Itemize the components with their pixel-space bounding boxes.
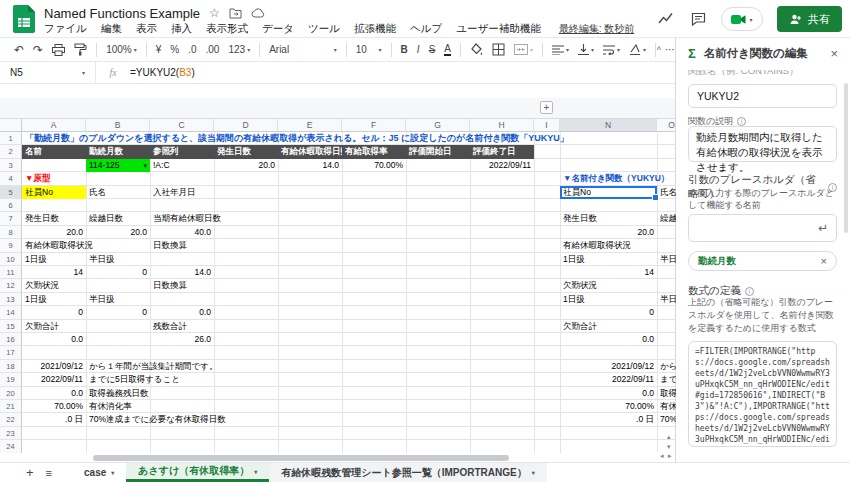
cell-N11[interactable]: 14 bbox=[560, 266, 657, 279]
cell-A21[interactable]: 70.00% bbox=[22, 400, 86, 413]
meet-dropdown-icon[interactable]: ▾ bbox=[749, 16, 752, 23]
cell-C7[interactable]: 当期有給休暇日数 bbox=[150, 212, 214, 225]
redo-button[interactable]: ↷ bbox=[33, 43, 43, 57]
argument-chip[interactable]: 勤続月数 × bbox=[688, 251, 837, 271]
menu-ツール[interactable]: ツール bbox=[308, 22, 340, 36]
cell-O22[interactable]: 70%達成までに必要な有休取得日数 bbox=[657, 413, 676, 426]
spreadsheet-grid[interactable]: ABCDEFGHINO12345678910111213141516171819… bbox=[0, 118, 676, 453]
row-header-16[interactable]: 16 bbox=[0, 333, 22, 346]
cell-A15[interactable]: 欠勤合計 bbox=[22, 320, 86, 333]
scroll-up-icon[interactable]: ▴ bbox=[667, 433, 671, 441]
menu-拡張機能[interactable]: 拡張機能 bbox=[354, 22, 396, 36]
sheet-tab-dropdown-icon[interactable]: ▾ bbox=[111, 469, 114, 476]
cell-A16[interactable]: 0.0 bbox=[22, 333, 86, 346]
add-sheet-button[interactable]: + bbox=[26, 465, 34, 480]
argument-placeholder-input[interactable]: ↵ bbox=[688, 214, 837, 242]
row-header-3[interactable]: 3 bbox=[0, 159, 22, 172]
column-header-A[interactable]: A bbox=[22, 119, 86, 132]
formula-definition-input[interactable]: =FILTER(IMPORTRANGE("https://docs.google… bbox=[688, 341, 837, 447]
cell-A13[interactable]: 1日扱 bbox=[22, 293, 86, 306]
column-header-F[interactable]: F bbox=[342, 119, 406, 132]
font-select[interactable]: Arial ▾ bbox=[269, 44, 337, 55]
cell-B10[interactable]: 半日扱 bbox=[86, 253, 150, 266]
row-header-11[interactable]: 11 bbox=[0, 266, 22, 279]
scroll-left-icon[interactable]: ◂ bbox=[660, 452, 664, 460]
row-header-10[interactable]: 10 bbox=[0, 253, 22, 266]
cell-E2[interactable]: 有給休暇取得日数 bbox=[278, 145, 342, 158]
move-to-folder-icon[interactable] bbox=[229, 8, 242, 19]
format-percent-button[interactable]: % bbox=[170, 44, 179, 55]
cell-A14[interactable]: 0 bbox=[22, 306, 86, 319]
cell-A18[interactable]: 2021/09/12 bbox=[22, 360, 86, 373]
row-header-17[interactable]: 17 bbox=[0, 346, 22, 359]
cell-D2[interactable]: 発生日数 bbox=[214, 145, 278, 158]
cell-H3[interactable]: 2022/09/11 bbox=[470, 159, 534, 172]
cell-D3[interactable]: 20.0 bbox=[214, 159, 278, 172]
menu-表示形式[interactable]: 表示形式 bbox=[206, 22, 248, 36]
merge-cells-button[interactable]: ▾ bbox=[514, 44, 533, 55]
cell-N12[interactable]: 欠勤状況 bbox=[560, 279, 657, 292]
menu-編集[interactable]: 編集 bbox=[101, 22, 122, 36]
cell-A8[interactable]: 20.0 bbox=[22, 226, 86, 239]
cell-A9[interactable]: 有給休暇取得状況 bbox=[22, 239, 86, 252]
collapse-toolbar-button[interactable]: ^ bbox=[657, 45, 661, 55]
cell-B5[interactable]: 氏名 bbox=[86, 186, 150, 199]
cell-B19[interactable]: までに5日取得すること bbox=[86, 373, 150, 386]
column-group-expand-button[interactable]: + bbox=[540, 101, 553, 114]
sheet-tab-有給休暇残数管理シート参照一覧（IMPORTRANGE）[interactable]: 有給休暇残数管理シート参照一覧（IMPORTRANGE）▾ bbox=[269, 463, 546, 482]
name-box[interactable]: N5 ▾ bbox=[0, 62, 96, 83]
cell-N18[interactable]: 2021/09/12 bbox=[560, 360, 657, 373]
cell-B7[interactable]: 繰越日数 bbox=[86, 212, 150, 225]
sheet-tab-dropdown-icon[interactable]: ▾ bbox=[254, 468, 257, 475]
borders-button[interactable] bbox=[492, 43, 505, 56]
column-header-H[interactable]: H bbox=[470, 119, 534, 132]
cell-B14[interactable]: 0 bbox=[86, 306, 150, 319]
column-header-O[interactable]: O bbox=[657, 119, 676, 132]
cell-B3[interactable]: 114-125▾ bbox=[86, 159, 150, 172]
cell-C9[interactable]: 日数換算 bbox=[150, 239, 214, 252]
font-size-select[interactable]: 10 ▾ bbox=[356, 44, 382, 55]
decrease-decimal-button[interactable]: .0 bbox=[188, 44, 196, 55]
cell-N8[interactable]: 20.0 bbox=[560, 226, 657, 239]
cell-C2[interactable]: 参照列 bbox=[150, 145, 214, 158]
sheet-tab-dropdown-icon[interactable]: ▾ bbox=[532, 469, 535, 476]
sheet-tab-case[interactable]: case▾ bbox=[72, 463, 126, 482]
scroll-right-icon[interactable]: ▸ bbox=[668, 452, 672, 460]
cell-N13[interactable]: 1日扱 bbox=[560, 293, 657, 306]
row-header-2[interactable]: 2 bbox=[0, 145, 22, 158]
cell-N7[interactable]: 発生日数 bbox=[560, 212, 657, 225]
cell-A12[interactable]: 欠勤状況 bbox=[22, 279, 86, 292]
cell-O18[interactable]: から１年間が当該集計期間です。 bbox=[657, 360, 676, 373]
column-header-G[interactable]: G bbox=[406, 119, 470, 132]
meet-call-button[interactable]: ▾ bbox=[721, 7, 763, 31]
row-header-15[interactable]: 15 bbox=[0, 320, 22, 333]
more-formats-button[interactable]: 123 ▾ bbox=[228, 44, 250, 55]
increase-decimal-button[interactable]: .00 bbox=[206, 44, 220, 55]
cell-O20[interactable]: 取得義務残日数 bbox=[657, 387, 676, 400]
cell-C12[interactable]: 日数換算 bbox=[150, 279, 214, 292]
column-header-E[interactable]: E bbox=[278, 119, 342, 132]
cell-E3[interactable]: 14.0 bbox=[278, 159, 342, 172]
strikethrough-button[interactable]: S bbox=[429, 44, 436, 55]
row-header-21[interactable]: 21 bbox=[0, 400, 22, 413]
cell-N15[interactable]: 欠勤合計 bbox=[560, 320, 657, 333]
column-header-I[interactable]: I bbox=[534, 119, 560, 132]
function-name-input[interactable]: YUKYU2 bbox=[688, 84, 837, 108]
row-header-14[interactable]: 14 bbox=[0, 306, 22, 319]
zoom-select[interactable]: 100% ▾ bbox=[106, 44, 137, 55]
scroll-down-icon[interactable]: ▾ bbox=[667, 443, 671, 451]
cell-N22[interactable]: .0 日 bbox=[560, 413, 657, 426]
insights-icon[interactable] bbox=[657, 10, 675, 28]
cell-H2[interactable]: 評価終了日 bbox=[470, 145, 534, 158]
row-header-1[interactable]: 1 bbox=[0, 132, 22, 145]
cell-A19[interactable]: 2022/09/11 bbox=[22, 373, 86, 386]
all-sheets-button[interactable]: ≡ bbox=[46, 467, 52, 479]
cell-B8[interactable]: 20.0 bbox=[86, 226, 150, 239]
cell-N20[interactable]: 0.0 bbox=[560, 387, 657, 400]
function-description-input[interactable]: 勤続月数期間内に取得した有給休暇の取得状況を表示させます。 bbox=[688, 126, 837, 162]
row-header-9[interactable]: 9 bbox=[0, 239, 22, 252]
cell-B13[interactable]: 半日扱 bbox=[86, 293, 150, 306]
document-title[interactable]: Named Functions Example bbox=[44, 6, 200, 21]
cell-A11[interactable]: 14 bbox=[22, 266, 86, 279]
row-header-5[interactable]: 5 bbox=[0, 186, 22, 199]
